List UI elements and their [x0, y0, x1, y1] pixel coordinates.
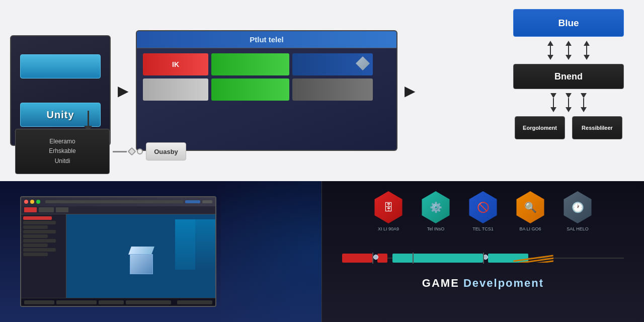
- hex-item-1: 🗄 XI LI 90A9: [372, 191, 405, 232]
- v-arrow-2: [566, 41, 572, 60]
- bar-green-1: [211, 53, 289, 75]
- toolbar-item-3: [56, 207, 68, 212]
- title-text-area: [45, 200, 183, 203]
- hex-icon-1: 🗄: [372, 191, 405, 223]
- status-chunk-4: [126, 300, 171, 304]
- sidebar-file-9: [23, 253, 48, 256]
- hex-item-3: 🚫 TEL TCS1: [467, 191, 499, 232]
- sidebar-file-8: [23, 248, 56, 252]
- arrow-to-right: [397, 83, 423, 99]
- ressiblileer-box: Ressiblileer: [572, 116, 622, 139]
- v-arrow-3: [584, 41, 590, 60]
- hexagon-row: 🗄 XI LI 90A9 ⚙️ Tel INsO 🚫: [372, 191, 594, 232]
- panel-title: Ptlut telel: [137, 31, 396, 48]
- below-text-box: Eleeramo Erhskable Unitdi: [15, 129, 110, 174]
- tl-tick-3: [483, 253, 484, 264]
- bar-row-2: [143, 78, 390, 101]
- tl-dot-1: [373, 255, 378, 260]
- maximize-button[interactable]: [36, 200, 40, 204]
- tl-tick-2: [413, 253, 414, 264]
- editor-body: [21, 214, 215, 306]
- cube-front-face: [130, 254, 153, 274]
- connector-dot: [137, 148, 143, 154]
- close-button[interactable]: [24, 200, 28, 204]
- sidebar-file-3: [23, 225, 48, 229]
- game-title-prefix: GAME: [422, 277, 459, 289]
- bar-green-2: [211, 78, 289, 101]
- hex-label-2: Tel INsO: [427, 226, 445, 232]
- tl-seg-red-1: [342, 254, 372, 263]
- bottom-right-panel: 🗄 XI LI 90A9 ⚙️ Tel INsO 🚫: [322, 181, 644, 322]
- hex-item-2: ⚙️ Tel INsO: [420, 191, 452, 232]
- bg-glow: [221, 181, 321, 322]
- editor-window[interactable]: [20, 196, 216, 307]
- below-left-area: Eleeramo Erhskable Unitdi Ouasby: [15, 129, 186, 174]
- game-development-title: GAME Develpoment: [422, 277, 544, 290]
- hex-shape-5: 🕐: [561, 191, 594, 223]
- blue-glow-effect: [175, 219, 215, 270]
- sidebar-file-5: [23, 234, 48, 238]
- lower-arrows-group: [550, 91, 587, 114]
- minimize-button[interactable]: [30, 200, 34, 204]
- status-chunk-1: [24, 300, 54, 304]
- hex-shape-3: 🚫: [467, 191, 499, 223]
- editor-statusbar: [21, 298, 215, 306]
- hex-item-4: 🔍 BA LI GO6: [514, 191, 546, 232]
- bottom-left-panel: [0, 181, 322, 322]
- sidebar-file-2: [23, 221, 56, 224]
- editor-titlebar: [21, 197, 215, 206]
- hex-label-4: BA LI GO6: [519, 226, 541, 232]
- hex-item-5: 🕐 SAL HELO: [561, 191, 594, 232]
- hex-shape-1: 🗄: [372, 191, 405, 223]
- tl-seg-teal-1: [392, 254, 483, 263]
- bar-silver: [143, 78, 208, 101]
- v-arrow-5: [566, 93, 572, 112]
- game-title-suffix: Develpoment: [459, 277, 544, 289]
- status-indicator: [185, 200, 200, 203]
- environment-box: Eorgoloment: [515, 116, 565, 139]
- right-dark-box: Bnend: [513, 64, 624, 89]
- bar-blue-dark: [292, 53, 373, 75]
- right-panel-col: Blue Bnend: [508, 9, 629, 139]
- toolbar-item-1: [24, 207, 37, 212]
- hex-icon-2: ⚙️: [420, 191, 452, 223]
- below-text-label: Eleeramo Erhskable Unitdi: [49, 137, 75, 166]
- v-arrow-6: [581, 93, 587, 112]
- status-chunk-2: [56, 300, 97, 304]
- editor-sidebar: [21, 214, 66, 306]
- bar-row-1: IK: [143, 53, 390, 75]
- timeline-area: [342, 243, 624, 273]
- tl-tick-1: [372, 253, 373, 264]
- status-chunk-3: [99, 300, 124, 304]
- hex-icon-3: 🚫: [467, 191, 499, 223]
- connector-line-1: [113, 151, 127, 152]
- bar-red: IK: [143, 53, 208, 75]
- tl-diagonal-area: [513, 253, 553, 263]
- quality-box: Ouasby: [146, 142, 186, 160]
- sidebar-file-4: [23, 230, 56, 233]
- bar-gray: [292, 78, 373, 101]
- hex-label-1: XI LI 90A9: [378, 226, 399, 232]
- bottom-row-boxes: Eorgoloment Ressiblileer: [515, 116, 622, 139]
- editor-viewport: [66, 214, 215, 306]
- 3d-cube: [126, 247, 156, 274]
- hex-label-5: SAL HELO: [567, 226, 589, 232]
- hex-shape-4: 🔍: [514, 191, 546, 223]
- editor-toolbar: [21, 206, 215, 214]
- menu-indicator: [202, 200, 212, 203]
- sidebar-file-7: [23, 244, 48, 247]
- sidebar-file-6: [23, 239, 56, 243]
- toolbar-item-2: [39, 207, 54, 212]
- bottom-section: 🗄 XI LI 90A9 ⚙️ Tel INsO 🚫: [0, 181, 644, 322]
- v-arrow-1: [547, 41, 553, 60]
- arrow-to-center: [111, 83, 136, 98]
- right-blue-box: Blue: [513, 9, 624, 37]
- tl-seg-red-2: [377, 254, 387, 263]
- hex-icon-5: 🕐: [561, 191, 594, 223]
- top-blue-bar: [20, 54, 101, 78]
- v-arrow-4: [550, 93, 556, 112]
- top-section: Unity Ptlut telel IK: [0, 0, 644, 181]
- hex-shape-2: ⚙️: [420, 191, 452, 223]
- status-chunk-5: [177, 300, 212, 304]
- cube-top-face: [128, 247, 154, 255]
